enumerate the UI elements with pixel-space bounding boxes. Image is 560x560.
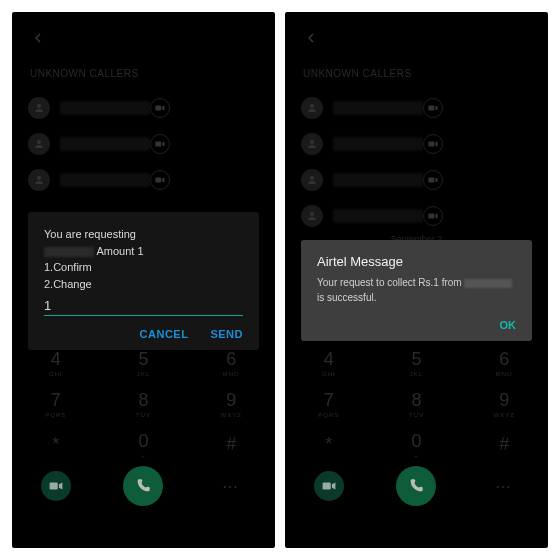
video-call-button[interactable] <box>285 466 373 507</box>
svg-rect-12 <box>428 106 434 111</box>
svg-marker-13 <box>435 106 438 111</box>
call-row[interactable] <box>285 162 548 198</box>
key-5[interactable]: 5JKL <box>373 342 461 383</box>
cancel-button[interactable]: CANCEL <box>140 328 189 340</box>
ussd-text-line1: You are requesting <box>44 226 243 243</box>
svg-rect-21 <box>428 214 434 219</box>
ussd-option-change: 2.Change <box>44 276 243 293</box>
redacted-name <box>44 247 94 257</box>
body-suffix: is successful. <box>317 292 376 303</box>
call-row[interactable] <box>285 126 548 162</box>
svg-marker-24 <box>332 483 336 490</box>
video-call-icon[interactable] <box>423 98 443 118</box>
video-call-icon[interactable] <box>423 134 443 154</box>
caller-name-redacted <box>333 101 423 115</box>
more-button[interactable]: ⋯ <box>187 466 275 507</box>
dialog-title: Airtel Message <box>317 254 516 269</box>
person-icon <box>301 97 323 119</box>
key-0[interactable]: 0+ <box>100 424 188 465</box>
section-header: UNKNOWN CALLERS <box>30 68 139 79</box>
svg-rect-15 <box>428 142 434 147</box>
call-button[interactable] <box>100 466 188 507</box>
key-4[interactable]: 4GHI <box>285 342 373 383</box>
call-row[interactable] <box>12 162 275 198</box>
svg-point-20 <box>310 212 314 216</box>
key-0[interactable]: 0+ <box>373 424 461 465</box>
send-button[interactable]: SEND <box>210 328 243 340</box>
dial-keypad: 4GHI 5JKL 6MNO 7PQRS 8TUV 9WXYZ * 0+ # ⋯ <box>285 342 548 548</box>
ussd-dialog: You are requesting Amount 1 1.Confirm 2.… <box>28 212 259 350</box>
svg-point-3 <box>37 140 41 144</box>
key-star[interactable]: * <box>285 424 373 465</box>
back-icon[interactable] <box>303 30 319 46</box>
key-8[interactable]: 8TUV <box>373 383 461 424</box>
key-5[interactable]: 5JKL <box>100 342 188 383</box>
key-7[interactable]: 7PQRS <box>12 383 100 424</box>
back-icon[interactable] <box>30 30 46 46</box>
redacted-name <box>464 279 512 288</box>
svg-point-0 <box>37 104 41 108</box>
svg-rect-23 <box>322 483 330 490</box>
caller-name-redacted <box>333 209 423 223</box>
svg-marker-10 <box>59 483 63 490</box>
call-list <box>285 90 548 234</box>
svg-marker-16 <box>435 142 438 147</box>
video-call-button[interactable] <box>12 466 100 507</box>
svg-rect-4 <box>155 142 161 147</box>
key-4[interactable]: 4GHI <box>12 342 100 383</box>
call-button[interactable] <box>373 466 461 507</box>
svg-point-6 <box>37 176 41 180</box>
video-call-icon[interactable] <box>150 134 170 154</box>
ussd-input[interactable]: 1 <box>44 298 243 316</box>
svg-rect-7 <box>155 178 161 183</box>
person-icon <box>301 133 323 155</box>
key-hash[interactable]: # <box>187 424 275 465</box>
dialog-actions: OK <box>317 319 516 331</box>
caller-name-redacted <box>60 173 150 187</box>
call-row[interactable] <box>12 90 275 126</box>
ussd-actions: CANCEL SEND <box>44 328 243 340</box>
video-call-icon[interactable] <box>150 98 170 118</box>
key-7[interactable]: 7PQRS <box>285 383 373 424</box>
key-6[interactable]: 6MNO <box>460 342 548 383</box>
section-header: UNKNOWN CALLERS <box>303 68 412 79</box>
key-6[interactable]: 6MNO <box>187 342 275 383</box>
key-9[interactable]: 9WXYZ <box>187 383 275 424</box>
more-button[interactable]: ⋯ <box>460 466 548 507</box>
svg-marker-22 <box>435 214 438 219</box>
person-icon <box>301 205 323 227</box>
amount-text: Amount 1 <box>96 245 143 257</box>
person-icon <box>28 169 50 191</box>
caller-name-redacted <box>60 137 150 151</box>
svg-point-17 <box>310 176 314 180</box>
svg-marker-8 <box>162 178 165 183</box>
video-call-icon[interactable] <box>423 206 443 226</box>
ok-button[interactable]: OK <box>500 319 517 331</box>
svg-point-14 <box>310 140 314 144</box>
key-star[interactable]: * <box>12 424 100 465</box>
ussd-text-line2: Amount 1 <box>44 243 243 260</box>
svg-rect-18 <box>428 178 434 183</box>
dial-keypad: 4GHI 5JKL 6MNO 7PQRS 8TUV 9WXYZ * 0+ # ⋯ <box>12 342 275 548</box>
dialog-body: Your request to collect Rs.1 from is suc… <box>317 275 516 305</box>
call-row[interactable] <box>12 126 275 162</box>
video-call-icon[interactable] <box>423 170 443 190</box>
video-call-icon[interactable] <box>150 170 170 190</box>
caller-name-redacted <box>60 101 150 115</box>
svg-marker-5 <box>162 142 165 147</box>
key-hash[interactable]: # <box>460 424 548 465</box>
caller-name-redacted <box>333 173 423 187</box>
call-row[interactable] <box>285 90 548 126</box>
svg-rect-1 <box>155 106 161 111</box>
call-list <box>12 90 275 198</box>
ussd-option-confirm: 1.Confirm <box>44 259 243 276</box>
svg-marker-19 <box>435 178 438 183</box>
key-8[interactable]: 8TUV <box>100 383 188 424</box>
call-row[interactable] <box>285 198 548 234</box>
person-icon <box>28 97 50 119</box>
person-icon <box>301 169 323 191</box>
svg-point-11 <box>310 104 314 108</box>
key-9[interactable]: 9WXYZ <box>460 383 548 424</box>
phone-screen-right: UNKNOWN CALLERS September 2 Airtel Messa… <box>285 12 548 548</box>
svg-rect-9 <box>49 483 57 490</box>
